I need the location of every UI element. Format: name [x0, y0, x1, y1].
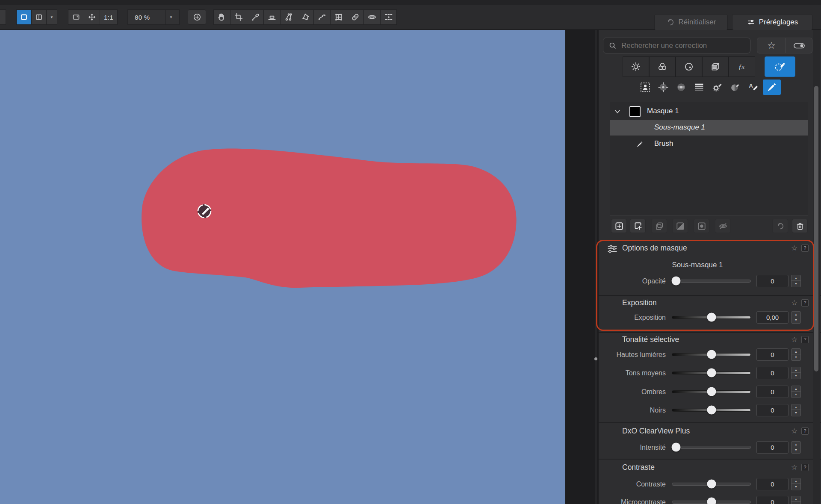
stepper-up-icon[interactable]: ▲ — [791, 312, 800, 317]
opacity-slider[interactable] — [672, 280, 751, 283]
view-split-button[interactable] — [31, 9, 46, 25]
stepper[interactable]: ▲ ▼ — [791, 478, 801, 490]
zoom-100-button[interactable]: 1:1 — [100, 9, 118, 25]
stepper[interactable]: ▲ ▼ — [791, 348, 801, 361]
microcontrast-slider[interactable] — [672, 501, 751, 504]
stepper[interactable]: ▲ ▼ — [791, 496, 801, 504]
slider-thumb[interactable] — [707, 313, 716, 322]
slider-value[interactable]: 0,00 — [756, 311, 789, 324]
subtool-auto-mask[interactable]: A — [744, 80, 762, 95]
subtool-subject-mask[interactable] — [636, 80, 654, 95]
stepper-down-icon[interactable]: ▼ — [791, 373, 800, 378]
stepper[interactable]: ▲ ▼ — [791, 367, 801, 379]
stepper-down-icon[interactable]: ▼ — [791, 392, 800, 397]
stepper[interactable]: ▲ ▼ — [791, 404, 801, 416]
stepper-down-icon[interactable]: ▼ — [791, 410, 800, 416]
blacks-slider[interactable] — [672, 409, 751, 412]
slider-value[interactable]: 0 — [756, 275, 789, 287]
slider-thumb[interactable] — [707, 368, 716, 377]
highlights-slider[interactable] — [672, 353, 751, 356]
stepper-up-icon[interactable]: ▲ — [791, 386, 800, 392]
stepper-up-icon[interactable]: ▲ — [791, 496, 800, 502]
hand-tool-button[interactable] — [213, 9, 230, 25]
add-mask-button[interactable] — [611, 219, 627, 233]
slider-value[interactable]: 0 — [756, 441, 789, 454]
delete-mask-button[interactable] — [792, 219, 808, 233]
stepper[interactable]: ▲ ▼ — [791, 275, 801, 287]
tab-light[interactable] — [623, 56, 649, 77]
zoom-level-combo[interactable]: 80 % ▼ — [127, 9, 180, 25]
stepper[interactable]: ▲ ▼ — [791, 311, 801, 324]
stepper-up-icon[interactable]: ▲ — [791, 349, 800, 354]
image-canvas[interactable] — [0, 30, 565, 504]
midtones-slider[interactable] — [672, 371, 751, 374]
brush-stroke-row[interactable]: Brush — [610, 136, 808, 152]
exposure-slider[interactable] — [672, 316, 751, 319]
tab-local-adjustments[interactable] — [765, 56, 795, 77]
shadows-slider[interactable] — [672, 390, 751, 393]
overflow-dropdown-button[interactable]: ▼ — [0, 9, 6, 25]
contrast-header[interactable]: Contraste ☆ ? — [599, 463, 821, 474]
grid-transform-tool-button[interactable] — [330, 9, 347, 25]
mask-thumbnail[interactable] — [629, 106, 641, 117]
tab-effects[interactable]: ƒx — [729, 56, 755, 77]
fill-mask-button[interactable] — [694, 219, 709, 233]
star-icon[interactable]: ☆ — [791, 244, 797, 253]
help-icon[interactable]: ? — [801, 464, 809, 471]
favorites-filter-button[interactable]: ☆ — [757, 38, 786, 53]
stepper-up-icon[interactable]: ▲ — [791, 404, 800, 410]
subtool-luminosity-mask[interactable] — [708, 80, 726, 95]
tab-detail[interactable] — [676, 56, 702, 77]
slider-value[interactable]: 0 — [756, 348, 789, 361]
duplicate-mask-button[interactable] — [651, 219, 667, 233]
stepper-up-icon[interactable]: ▲ — [791, 478, 800, 484]
tonality-header[interactable]: Tonalité sélective ☆ ? — [599, 335, 821, 346]
submask-row-selected[interactable]: Sous-masque 1 — [610, 120, 808, 136]
panel-splitter[interactable] — [595, 30, 597, 504]
exposure-header[interactable]: Exposition ☆ ? — [599, 298, 821, 309]
slider-thumb[interactable] — [707, 387, 716, 396]
help-icon[interactable]: ? — [801, 427, 809, 435]
hide-mask-button[interactable] — [715, 219, 731, 233]
two-point-tool-button[interactable] — [280, 9, 297, 25]
stepper-down-icon[interactable]: ▼ — [791, 281, 800, 286]
pan-button[interactable] — [84, 9, 100, 25]
reset-button[interactable]: Réinitialiser — [654, 14, 728, 30]
path-tool-button[interactable] — [313, 9, 330, 25]
help-icon[interactable]: ? — [801, 245, 809, 252]
subtool-gradient-filter[interactable] — [690, 80, 708, 95]
help-icon[interactable]: ? — [801, 299, 809, 307]
polygon-tool-button[interactable] — [297, 9, 313, 25]
stepper-down-icon[interactable]: ▼ — [791, 502, 800, 504]
subtool-control-point[interactable] — [654, 80, 672, 95]
mask-display-button[interactable] — [380, 9, 397, 25]
slider-thumb[interactable] — [672, 277, 681, 286]
stepper-up-icon[interactable]: ▲ — [791, 275, 800, 281]
horizon-tool-button[interactable] — [263, 9, 280, 25]
repair-tool-button[interactable] — [347, 9, 363, 25]
search-input[interactable] — [621, 41, 741, 50]
view-single-button[interactable] — [16, 9, 31, 25]
slider-value[interactable]: 0 — [756, 404, 789, 416]
tab-geometry[interactable] — [702, 56, 729, 77]
mask-options-header[interactable]: Options de masque ☆ ? — [599, 244, 821, 255]
undo-mask-button[interactable] — [772, 219, 788, 233]
subtool-color-mask[interactable] — [726, 80, 744, 95]
stepper-down-icon[interactable]: ▼ — [791, 354, 800, 360]
slider-thumb[interactable] — [707, 498, 716, 504]
stepper-down-icon[interactable]: ▼ — [791, 447, 800, 453]
slider-thumb[interactable] — [707, 406, 716, 415]
subtool-control-zone[interactable] — [672, 80, 690, 95]
slider-value[interactable]: 0 — [756, 478, 789, 490]
help-icon[interactable]: ? — [801, 336, 809, 343]
star-icon[interactable]: ☆ — [791, 298, 797, 307]
presets-button[interactable]: Préréglages — [732, 14, 812, 30]
mask-row[interactable]: Masque 1 — [610, 104, 808, 119]
eyedropper-tool-button[interactable] — [247, 9, 263, 25]
subtool-brush[interactable] — [763, 80, 781, 95]
panel-scrollbar-thumb[interactable] — [814, 86, 818, 371]
stepper-down-icon[interactable]: ▼ — [791, 317, 800, 323]
add-submask-button[interactable] — [630, 219, 646, 233]
stepper-up-icon[interactable]: ▲ — [791, 367, 800, 373]
clearview-header[interactable]: DxO ClearView Plus ☆ ? — [599, 427, 821, 438]
